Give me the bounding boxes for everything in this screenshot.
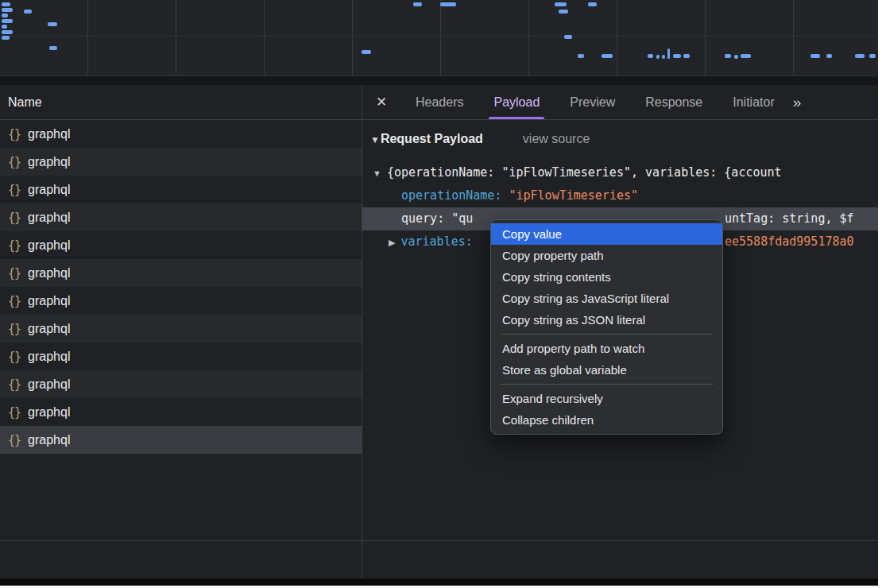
request-row[interactable]: {}graphql <box>0 176 362 203</box>
timeline-bar <box>2 36 10 40</box>
menu-item-store-as-global-variable[interactable]: Store as global variable <box>491 359 722 381</box>
menu-item-expand-recursively[interactable]: Expand recursively <box>491 388 722 409</box>
timeline-bar <box>741 54 751 58</box>
json-braces-icon: {} <box>8 155 21 169</box>
request-name-label: graphql <box>28 294 70 308</box>
timeline-bar <box>362 50 371 54</box>
timeline-bar <box>725 54 731 58</box>
section-title: Request Payload <box>381 132 483 145</box>
property-key: operationName: <box>401 188 509 203</box>
expanded-triangle-icon[interactable]: ▼ <box>373 168 381 178</box>
timeline-bar <box>648 54 653 58</box>
request-row[interactable]: {}graphql <box>0 398 362 426</box>
request-name-label: graphql <box>28 155 70 169</box>
disclosure-triangle-icon[interactable]: ▼ <box>370 134 380 145</box>
timeline-bar <box>440 2 456 6</box>
tab-initiator[interactable]: Initiator <box>718 85 789 119</box>
panel-header-row: Name ✕ HeadersPayloadPreviewResponseInit… <box>0 85 878 120</box>
property-value: "ipFlowTimeseries" <box>509 188 638 203</box>
menu-item-add-property-path-to-watch[interactable]: Add property path to watch <box>491 338 722 359</box>
json-braces-icon: {} <box>8 405 21 420</box>
more-tabs-icon[interactable]: » <box>793 85 802 119</box>
request-row[interactable]: {}graphql <box>0 120 362 148</box>
json-braces-icon: {} <box>8 294 21 308</box>
timeline-bar <box>413 2 422 6</box>
root-preview-text: {operationName: "ipFlowTimeseries", vari… <box>387 165 782 180</box>
request-row[interactable]: {}graphql <box>0 287 362 315</box>
timeline-lane-divider <box>0 36 878 37</box>
timeline-bar <box>2 25 7 29</box>
json-braces-icon: {} <box>8 238 21 253</box>
menu-item-copy-value[interactable]: Copy value <box>491 223 722 245</box>
timeline-bar <box>673 54 681 58</box>
footer-divider <box>0 540 878 541</box>
timeline-bar <box>734 55 738 59</box>
json-braces-icon: {} <box>8 211 21 225</box>
timeline-bar <box>656 55 660 59</box>
timeline-bar <box>869 54 876 58</box>
timeline-bar <box>602 54 613 58</box>
request-name-label: graphql <box>28 183 70 197</box>
request-name-label: graphql <box>28 211 70 225</box>
request-row[interactable]: {}graphql <box>0 231 362 259</box>
json-braces-icon: {} <box>8 377 21 392</box>
request-row[interactable]: {}graphql <box>0 259 362 287</box>
timeline-bar <box>2 19 13 23</box>
request-payload-section-header: ▼Request Payloadview source <box>370 132 590 146</box>
timeline-bar <box>49 46 57 50</box>
window-bottom-edge <box>0 578 878 586</box>
query-text-left: query: "qu <box>401 211 473 226</box>
request-name-label: graphql <box>28 266 70 280</box>
tree-row-root[interactable]: ▼{operationName: "ipFlowTimeseries", var… <box>362 161 878 184</box>
menu-item-copy-property-path[interactable]: Copy property path <box>491 245 722 266</box>
request-name-label: graphql <box>28 377 70 392</box>
menu-item-collapse-children[interactable]: Collapse children <box>491 409 722 431</box>
tab-strip: ✕ HeadersPayloadPreviewResponseInitiator… <box>362 85 878 119</box>
panel-vertical-divider[interactable] <box>362 85 362 578</box>
timeline-bar <box>2 14 8 17</box>
json-braces-icon: {} <box>8 127 21 141</box>
collapsed-triangle-icon[interactable]: ▶ <box>389 238 395 247</box>
request-name-label: graphql <box>28 433 70 447</box>
request-list: {}graphql{}graphql{}graphql{}graphql{}gr… <box>0 120 362 454</box>
tab-payload[interactable]: Payload <box>478 85 555 119</box>
menu-separator <box>501 384 713 385</box>
request-name-label: graphql <box>28 238 70 253</box>
view-source-link[interactable]: view source <box>523 132 590 145</box>
timeline-bar <box>826 54 832 58</box>
menu-item-copy-string-as-json-literal[interactable]: Copy string as JSON literal <box>491 309 722 331</box>
name-column-label: Name <box>8 95 42 109</box>
request-name-label: graphql <box>28 127 70 141</box>
close-icon[interactable]: ✕ <box>362 85 400 119</box>
menu-item-copy-string-as-javascript-literal[interactable]: Copy string as JavaScript literal <box>491 288 722 309</box>
property-key: variables: <box>400 234 472 249</box>
json-braces-icon: {} <box>8 322 21 336</box>
timeline-bar <box>578 54 584 58</box>
tab-response[interactable]: Response <box>630 85 718 119</box>
name-column-header[interactable]: Name <box>0 85 362 119</box>
menu-item-copy-string-contents[interactable]: Copy string contents <box>491 266 722 288</box>
timeline-bar <box>24 10 32 14</box>
request-row[interactable]: {}graphql <box>0 148 362 176</box>
request-name-label: graphql <box>28 322 70 336</box>
timeline-bar <box>2 8 13 12</box>
request-row[interactable]: {}graphql <box>0 203 362 231</box>
tree-row-operation-name[interactable]: operationName: "ipFlowTimeseries" <box>362 184 878 207</box>
devtools-window: Name ✕ HeadersPayloadPreviewResponseInit… <box>0 0 878 586</box>
timeline-bar <box>810 54 820 58</box>
request-row[interactable]: {}graphql <box>0 342 362 370</box>
timeline-bar <box>667 48 670 59</box>
json-braces-icon: {} <box>8 433 21 447</box>
network-overview-timeline[interactable] <box>0 0 878 75</box>
json-braces-icon: {} <box>8 183 21 197</box>
request-row[interactable]: {}graphql <box>0 426 362 454</box>
timeline-bar <box>564 35 572 39</box>
timeline-bar <box>2 2 10 6</box>
timeline-bar <box>48 22 57 26</box>
json-braces-icon: {} <box>8 266 21 280</box>
tab-headers[interactable]: Headers <box>400 85 478 119</box>
request-row[interactable]: {}graphql <box>0 315 362 342</box>
request-row[interactable]: {}graphql <box>0 370 362 398</box>
timeline-bar <box>855 54 865 58</box>
tab-preview[interactable]: Preview <box>555 85 630 119</box>
